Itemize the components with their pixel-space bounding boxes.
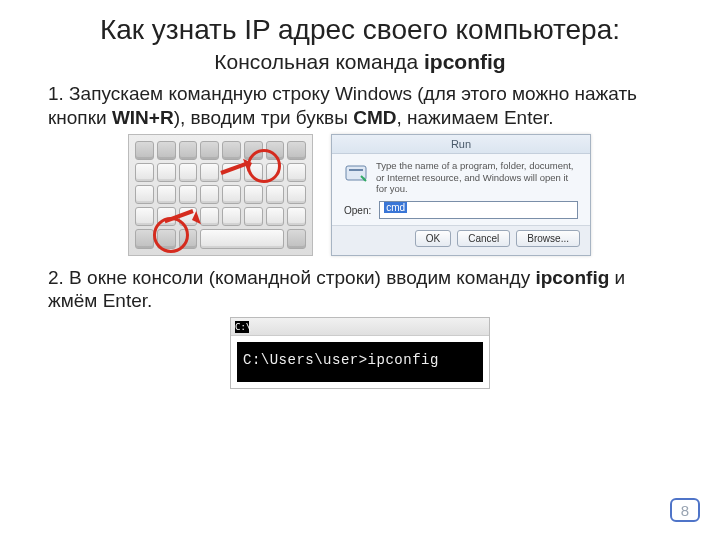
console-figure: C:\ C:\Users\user>ipconfig	[230, 317, 490, 389]
step-1: 1. Запускаем командную строку Windows (д…	[48, 82, 672, 130]
figure-row-1: Run Type the name of a program, folder, …	[128, 134, 672, 256]
console-text: C:\Users\user>ipconfig	[243, 352, 477, 368]
page-number-badge: 8	[670, 498, 700, 522]
run-dialog-title: Run	[332, 135, 590, 154]
console-figure-wrap: C:\ C:\Users\user>ipconfig	[230, 317, 490, 389]
run-program-icon	[344, 162, 368, 186]
subtitle: Консольная команда ipconfig	[48, 50, 672, 74]
page-title: Как узнать IP адрес своего компьютера:	[48, 14, 672, 46]
step-2: 2. В окне консоли (командной строки) вво…	[48, 266, 672, 314]
console-frame: C:\Users\user>ipconfig	[237, 342, 483, 382]
step1-text-c: , нажимаем Enter.	[396, 107, 553, 128]
run-open-row: Open: cmd	[332, 199, 590, 225]
run-hint-text: Type the name of a program, folder, docu…	[376, 160, 578, 196]
step1-text-b: ), вводим три буквы	[174, 107, 354, 128]
ok-button[interactable]: OK	[415, 230, 451, 247]
open-label: Open:	[344, 205, 371, 216]
run-buttons-row: OK Cancel Browse...	[332, 225, 590, 255]
step2-cmd: ipconfig	[535, 267, 609, 288]
cancel-button[interactable]: Cancel	[457, 230, 510, 247]
slide: Как узнать IP адрес своего компьютера: К…	[0, 0, 720, 540]
svg-rect-1	[349, 169, 363, 171]
step1-cmd: CMD	[353, 107, 396, 128]
open-input-value: cmd	[384, 202, 407, 213]
cmd-icon: C:\	[235, 321, 249, 333]
run-dialog: Run Type the name of a program, folder, …	[331, 134, 591, 256]
win-key-highlight-icon	[153, 217, 189, 253]
open-input[interactable]: cmd	[379, 201, 578, 219]
console-titlebar: C:\	[231, 318, 489, 336]
run-dialog-body: Type the name of a program, folder, docu…	[332, 154, 590, 200]
keyboard-figure	[128, 134, 313, 256]
browse-button[interactable]: Browse...	[516, 230, 580, 247]
subtitle-command: ipconfig	[424, 50, 506, 73]
step1-keys: WIN+R	[112, 107, 174, 128]
step2-text-a: 2. В окне консоли (командной строки) вво…	[48, 267, 535, 288]
subtitle-text: Консольная команда	[214, 50, 424, 73]
